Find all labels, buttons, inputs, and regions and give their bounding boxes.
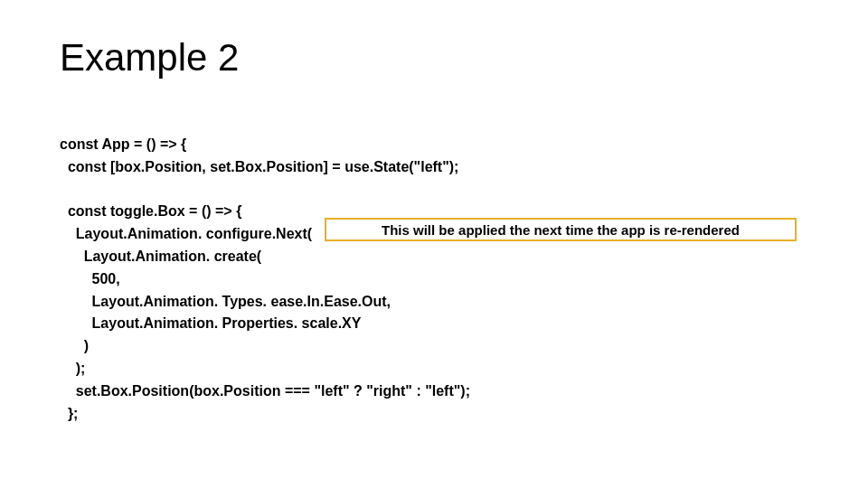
code-line: const toggle.Box = () => { (60, 203, 241, 219)
slide: Example 2 const App = () => { const [box… (0, 0, 868, 488)
code-line: Layout.Animation. Types. ease.In.Ease.Ou… (60, 294, 391, 309)
code-line: Layout.Animation. create( (60, 249, 261, 264)
code-line: }; (60, 406, 78, 421)
code-line: 500, (60, 271, 120, 286)
code-line: Layout.Animation. Properties. scale.XY (60, 315, 361, 331)
code-line: const [box.Position, set.Box.Position] =… (60, 159, 458, 174)
code-line: ) (60, 338, 89, 353)
annotation-box: This will be applied the next time the a… (325, 218, 797, 241)
code-block: const App = () => { const [box.Position,… (60, 134, 810, 425)
code-line: Layout.Animation. configure.Next( (60, 226, 312, 241)
code-line: set.Box.Position(box.Position === "left"… (60, 383, 470, 399)
code-line: ); (60, 361, 85, 376)
code-line: const App = () => { (60, 136, 186, 152)
annotation-text: This will be applied the next time the a… (382, 222, 740, 238)
slide-title: Example 2 (60, 36, 239, 80)
